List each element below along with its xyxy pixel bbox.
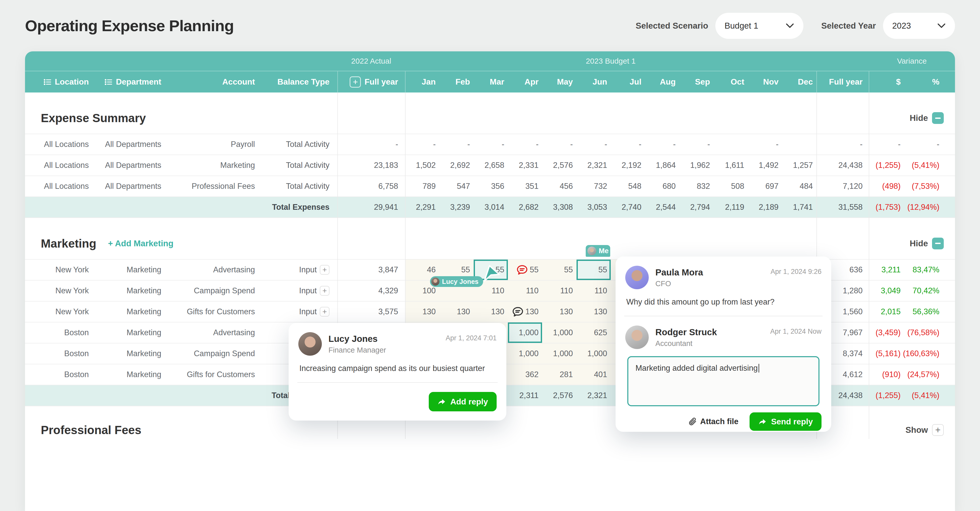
cell-location: New York (25, 302, 93, 322)
avatar (625, 266, 649, 289)
group-header-2023-budget: 2023 Budget 1 (405, 51, 816, 71)
cell-variance-percent: - (903, 134, 955, 155)
cell-month-jan[interactable]: 130 (405, 302, 439, 322)
cell-full-year-actual: 29,941 (337, 197, 405, 217)
me-selection-chip: Me (586, 245, 610, 257)
add-reply-button[interactable]: Add reply (429, 392, 496, 411)
section-rows: All LocationsAll DepartmentsPayrollTotal… (25, 134, 955, 218)
column-header-full-year-actual: +Full year (337, 71, 405, 93)
cell-month-apr: 2,311 (508, 385, 542, 406)
paperclip-icon (688, 417, 697, 426)
hide-section-button[interactable]: Hide (910, 238, 944, 249)
collaborator-cursor-icon (483, 264, 501, 284)
commenter-name: Lucy Jones (328, 334, 386, 344)
cell-month-oct: 1,611 (714, 155, 748, 176)
cell-variance-dollar: 2,015 (869, 302, 903, 322)
cell-month-feb[interactable]: 130 (439, 302, 473, 322)
cell-account (165, 197, 259, 217)
cell-full-year-actual: 4,329 (337, 281, 405, 301)
cell-month-jun[interactable]: 130 (576, 302, 611, 322)
cell-month-may: 456 (542, 176, 576, 196)
cell-month-feb: 547 (439, 176, 473, 196)
cell-month-nov: 697 (748, 176, 782, 196)
column-header-row: LocationDepartmentAccountBalance Type+Fu… (25, 71, 955, 93)
cell-location: All Locations (25, 134, 93, 155)
cell-month-jan: 2,291 (405, 197, 439, 217)
hide-section-button[interactable]: Hide (910, 112, 944, 124)
cell-total-label: Total Expenses (259, 197, 337, 217)
cell-month-sep: 2,794 (679, 197, 714, 217)
column-header-full-year-budget: Full year (816, 71, 869, 93)
group-header-2022-actual: 2022 Actual (337, 51, 405, 71)
cell-month-jun: 2,321 (576, 385, 611, 406)
cell-variance-dollar: (1,255) (869, 385, 903, 406)
column-header-apr: Apr (508, 71, 542, 93)
cell-variance-percent: 56,36% (903, 302, 955, 322)
column-header-oct: Oct (714, 71, 748, 93)
scenario-select[interactable]: Budget 1 (715, 13, 803, 39)
cell-location: All Locations (25, 176, 93, 196)
comment-popover-lucy: Lucy Jones Finance Manager Apr 1, 2024 7… (289, 323, 506, 420)
cell-month-apr[interactable]: 1,000 (508, 343, 542, 364)
cell-account: Professional Fees (165, 176, 259, 196)
cell-variance-percent: (5,41%) (903, 155, 955, 176)
collaborator-chip-lucy: Lucy Jones (430, 276, 483, 287)
cell-account: Campaign Spend (165, 343, 259, 364)
cell-month-may[interactable]: 110 (542, 281, 576, 301)
cell-month-jan: 789 (405, 176, 439, 196)
cell-month-may: - (542, 134, 576, 155)
cell-month-mar: 2,658 (474, 155, 508, 176)
cell-full-year-budget: 24,438 (816, 155, 869, 176)
cell-month-jun[interactable]: 625 (576, 323, 611, 343)
expand-plus-icon[interactable]: + (350, 77, 361, 88)
year-label: Selected Year (821, 21, 876, 31)
cell-month-jun[interactable]: 55 (576, 260, 611, 280)
cell-month-mar[interactable]: 130 (474, 302, 508, 322)
column-header-variance-percent: % (903, 71, 955, 93)
year-select[interactable]: 2023 (883, 13, 955, 39)
cell-variance-percent: 83,47% (903, 260, 955, 280)
comment-timestamp: Apr 1, 2024 Now (770, 327, 821, 335)
cell-month-dec (782, 134, 816, 155)
cell-month-aug: 2,544 (645, 197, 679, 217)
column-header-jan: Jan (405, 71, 439, 93)
attach-file-button[interactable]: Attach file (688, 417, 738, 426)
operating-expense-planning-app: Operating Expense Planning Selected Scen… (0, 0, 980, 511)
column-header-feb: Feb (439, 71, 473, 93)
cell-month-may: 3,308 (542, 197, 576, 217)
cell-month-apr[interactable]: 130 (508, 302, 542, 322)
add-row-icon[interactable]: + (320, 265, 329, 275)
cell-month-jun[interactable]: 110 (576, 281, 611, 301)
cell-month-apr[interactable]: 55 (508, 260, 542, 280)
cell-month-jun[interactable]: 1,000 (576, 343, 611, 364)
add-row-icon[interactable]: + (320, 286, 329, 295)
reply-input[interactable]: Marketing added digital advertising (627, 356, 819, 406)
show-section-button[interactable]: Show+ (905, 424, 944, 436)
add-marketing-link[interactable]: + Add Marketing (108, 239, 173, 248)
cell-month-may[interactable]: 1,000 (542, 343, 576, 364)
cell-month-mar: - (474, 134, 508, 155)
cell-month-jun[interactable]: 401 (576, 364, 611, 385)
cell-month-oct (714, 134, 748, 155)
cell-variance-percent: (24,57%) (903, 364, 955, 385)
list-icon (43, 78, 52, 86)
cell-location: Boston (25, 343, 93, 364)
cell-full-year-budget: 31,558 (816, 197, 869, 217)
send-reply-button[interactable]: Send reply (749, 412, 821, 431)
cell-month-dec: 1,741 (782, 197, 816, 217)
add-row-icon[interactable]: + (320, 307, 329, 316)
cell-month-oct: 2,119 (714, 197, 748, 217)
cell-month-apr[interactable]: 1,000 (508, 323, 542, 343)
cell-month-apr[interactable]: 362 (508, 364, 542, 385)
cell-month-may[interactable]: 130 (542, 302, 576, 322)
cell-month-may[interactable]: 281 (542, 364, 576, 385)
cell-month-nov: - (748, 134, 782, 155)
cell-month-may[interactable]: 55 (542, 260, 576, 280)
plus-icon: + (932, 424, 944, 436)
cell-balance-type: Input+ (259, 281, 337, 301)
scenario-value: Budget 1 (724, 21, 758, 31)
cell-department (93, 197, 165, 217)
scenario-label: Selected Scenario (636, 21, 708, 31)
cell-month-apr[interactable]: 110 (508, 281, 542, 301)
cell-month-may[interactable]: 1,000 (542, 323, 576, 343)
